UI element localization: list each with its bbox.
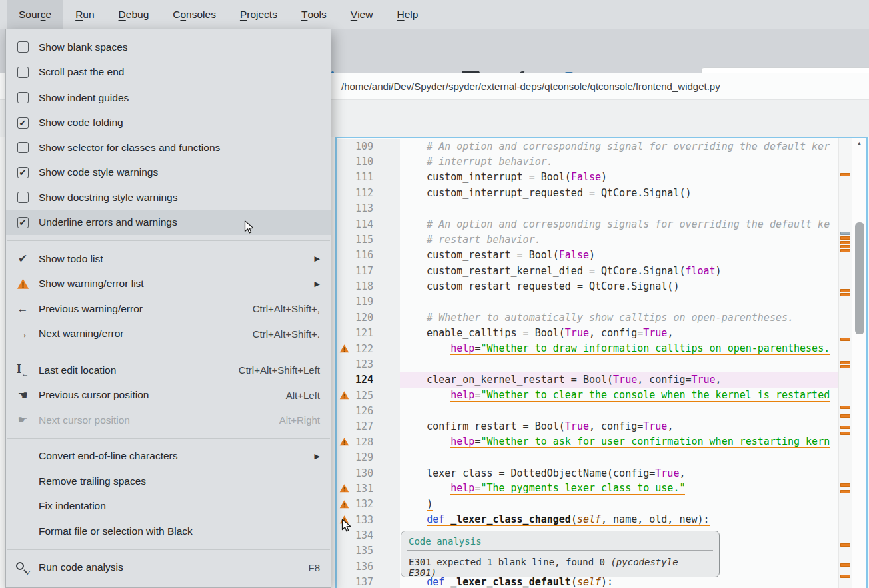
code-line-125[interactable]: 125 help="Whether to clear the console w…	[337, 388, 838, 403]
scroll-flag-marker[interactable]	[840, 483, 850, 487]
warning-icon[interactable]	[339, 344, 349, 354]
scroll-flag-marker[interactable]	[840, 293, 850, 296]
menubar-item-source[interactable]: Source	[7, 0, 63, 29]
line-number: 136	[355, 561, 373, 573]
scroll-flag-marker[interactable]	[840, 232, 850, 235]
warning-icon[interactable]	[339, 499, 349, 509]
mouse-cursor	[241, 220, 256, 236]
scroll-flag-marker[interactable]	[840, 249, 850, 252]
menu-item-show-code-style-warnings[interactable]: ✔Show code style warnings	[6, 160, 331, 186]
scroll-flag-marker[interactable]	[840, 173, 850, 176]
gutter-cell: 137	[337, 575, 400, 588]
code-line-119[interactable]: 119	[337, 294, 838, 310]
code-line-131[interactable]: 131 help="The pygments lexer class to us…	[337, 481, 838, 496]
scrollbar-thumb[interactable]	[855, 222, 864, 334]
code-line-126[interactable]: 126	[337, 403, 838, 418]
scrollbar-up-icon[interactable]: ▲	[852, 140, 866, 147]
menu-item-show-warning-error-list[interactable]: Show warning/error list▶	[6, 272, 331, 297]
gutter-cell: 121	[337, 326, 400, 341]
warning-icon[interactable]	[339, 437, 349, 447]
menu-item-previous-warning-error[interactable]: ←Previous warning/errorCtrl+Alt+Shift+,	[6, 296, 331, 322]
menu-item-format-file-or-selection-with-black[interactable]: Format file or selection with Black	[6, 519, 331, 544]
code-line-130[interactable]: 130 lexer_class = DottedObjectName(confi…	[337, 465, 838, 481]
menu-item-fix-indentation[interactable]: Fix indentation	[6, 494, 331, 519]
line-number: 129	[355, 451, 373, 463]
code-text: lexer_class = DottedObjectName(config=Tr…	[400, 465, 838, 481]
menu-item-label: Run code analysis	[39, 561, 123, 573]
warning-icon[interactable]	[339, 483, 349, 493]
vertical-scrollbar[interactable]: ▲	[852, 138, 866, 588]
code-line-110[interactable]: 110 # interrupt behavior.	[337, 154, 838, 169]
code-line-114[interactable]: 114 # An option and corresponding signal…	[337, 216, 838, 232]
code-line-133[interactable]: 133 def _lexer_class_changed(self, name,…	[337, 512, 838, 527]
scroll-flag-marker[interactable]	[840, 289, 850, 292]
code-line-120[interactable]: 120 # Whether to automatically show call…	[337, 310, 838, 325]
code-editor[interactable]: 109 # An option and corresponding signal…	[335, 137, 868, 588]
menubar-item-projects[interactable]: Projects	[228, 0, 289, 29]
code-line-123[interactable]: 123	[337, 356, 838, 372]
scroll-flag-marker[interactable]	[840, 236, 850, 240]
menu-item-underline-errors-and-warnings[interactable]: ✔Underline errors and warnings	[6, 210, 331, 236]
menubar-item-help[interactable]: Help	[385, 0, 430, 29]
code-text: # Whether to automatically show calltips…	[400, 310, 838, 325]
menu-item-show-indent-guides[interactable]: Show indent guides	[6, 85, 331, 111]
gutter-cell: 126	[337, 403, 400, 418]
checkbox-unchecked	[17, 92, 29, 103]
menu-item-show-code-folding[interactable]: ✔Show code folding	[6, 111, 331, 136]
scroll-flag-marker[interactable]	[840, 543, 850, 547]
menu-item-scroll-past-the-end[interactable]: Scroll past the end	[6, 60, 331, 85]
code-line-112[interactable]: 112 custom_interrupt_requested = QtCore.…	[337, 185, 838, 200]
scroll-flag-marker[interactable]	[840, 414, 850, 418]
code-line-129[interactable]: 129	[337, 450, 838, 465]
gutter-cell: 116	[337, 248, 400, 263]
code-line-118[interactable]: 118 custom_restart_requested = QtCore.Si…	[337, 278, 838, 294]
scroll-flag-marker[interactable]	[840, 241, 850, 244]
warning-icon[interactable]	[339, 390, 349, 400]
menu-item-next-warning-error[interactable]: →Next warning/errorCtrl+Alt+Shift+.	[6, 322, 331, 347]
code-line-113[interactable]: 113	[337, 201, 838, 216]
scroll-flag-marker[interactable]	[840, 432, 850, 435]
menubar-item-debug[interactable]: Debug	[107, 0, 161, 29]
menu-item-label: Remove trailing spaces	[39, 475, 146, 487]
code-line-109[interactable]: 109 # An option and corresponding signal…	[337, 139, 838, 154]
menu-item-run-code-analysis[interactable]: ✓Run code analysisF8	[6, 555, 331, 581]
code-line-128[interactable]: 128 help="Whether to ask for user confir…	[337, 434, 838, 449]
menu-item-show-docstring-style-warnings[interactable]: Show docstring style warnings	[6, 185, 331, 210]
menubar-item-view[interactable]: View	[339, 0, 385, 29]
menubar-item-consoles[interactable]: Consoles	[161, 0, 228, 29]
menu-item-show-blank-spaces[interactable]: Show blank spaces	[6, 35, 331, 60]
scroll-flag-marker[interactable]	[840, 563, 850, 567]
scroll-flag-marker[interactable]	[840, 361, 850, 364]
menu-item-show-selector-for-classes-and-functions[interactable]: Show selector for classes and functions	[6, 135, 331, 160]
code-line-127[interactable]: 127 confirm_restart = Bool(True, config=…	[337, 419, 838, 434]
code-line-117[interactable]: 117 custom_restart_kernel_died = QtCore.…	[337, 263, 838, 278]
scroll-flag-marker[interactable]	[840, 245, 850, 248]
scroll-flag-marker[interactable]	[840, 365, 850, 368]
menu-item-next-cursor-position[interactable]: ☛Next cursor positionAlt+Right	[6, 408, 331, 433]
scroll-flag-marker[interactable]	[840, 406, 850, 409]
scroll-flag-marker[interactable]	[840, 575, 850, 578]
code-line-132[interactable]: 132 )	[337, 497, 838, 512]
checkbox-unchecked	[17, 67, 29, 78]
menu-item-last-edit-location[interactable]: I←Last edit locationCtrl+Alt+Shift+Left	[6, 358, 331, 383]
menu-item-previous-cursor-position[interactable]: ☚Previous cursor positionAlt+Left	[6, 383, 331, 408]
menubar-item-tools[interactable]: Tools	[289, 0, 339, 29]
menu-item-remove-trailing-spaces[interactable]: Remove trailing spaces	[6, 469, 331, 494]
menu-item-label: Next warning/error	[39, 328, 124, 340]
code-text	[400, 403, 838, 418]
menu-item-convert-end-of-line-characters[interactable]: Convert end-of-line characters▶	[6, 444, 331, 469]
arrow-left-icon: ←	[15, 303, 30, 314]
gutter-cell: 131	[337, 481, 400, 496]
scroll-flag-marker[interactable]	[840, 338, 850, 341]
scroll-flag-marker[interactable]	[840, 490, 850, 493]
code-line-122[interactable]: 122 help="Whether to draw information ca…	[337, 341, 838, 356]
code-line-115[interactable]: 115 # restart behavior.	[337, 232, 838, 247]
code-line-116[interactable]: 116 custom_restart = Bool(False)	[337, 248, 838, 263]
scroll-flag-marker[interactable]	[840, 426, 850, 429]
code-line-111[interactable]: 111 custom_interrupt = Bool(False)	[337, 170, 838, 185]
code-line-121[interactable]: 121 enable_calltips = Bool(True, config=…	[337, 326, 838, 341]
menu-item-show-todo-list[interactable]: ✔Show todo list▶	[6, 246, 331, 272]
code-line-124[interactable]: 124 clear_on_kernel_restart = Bool(True,…	[337, 372, 838, 388]
menubar-item-run[interactable]: Run	[63, 0, 106, 29]
scroll-flag-area[interactable]	[838, 138, 852, 588]
